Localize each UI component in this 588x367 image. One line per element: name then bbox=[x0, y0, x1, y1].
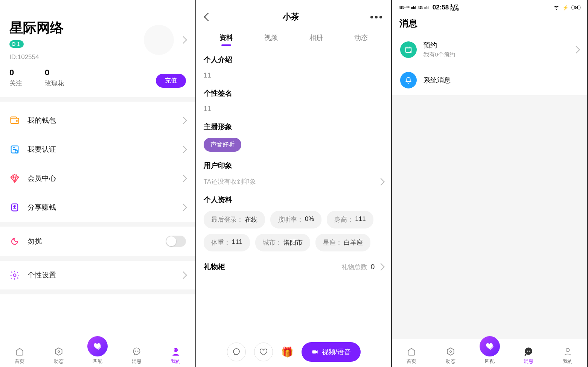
more-icon[interactable] bbox=[370, 16, 382, 18]
menu-item-wallet[interactable]: 我的钱包 bbox=[0, 106, 195, 135]
svg-point-13 bbox=[177, 349, 178, 350]
dnd-icon bbox=[9, 236, 20, 247]
info-chip: 星座： 白羊座 bbox=[315, 234, 370, 251]
nav-label: 匹配 bbox=[93, 358, 102, 365]
impression-empty: TA还没有收到印象 bbox=[204, 177, 256, 186]
divider bbox=[0, 222, 195, 227]
signal-1: 4G⁺ᴴᴰ bbox=[399, 6, 409, 10]
message-item[interactable]: 预约 我有0个预约 bbox=[392, 34, 587, 65]
chip-label: 接听率： bbox=[278, 215, 303, 224]
tab-资料[interactable]: 资料 bbox=[219, 33, 233, 46]
menu-item-verify[interactable]: 我要认证 bbox=[0, 135, 195, 164]
impression-row[interactable]: TA还没有收到印象 bbox=[204, 177, 384, 186]
blank-area bbox=[392, 98, 587, 339]
chip-value: 111 bbox=[355, 215, 366, 224]
recharge-button[interactable]: 充值 bbox=[156, 74, 186, 88]
menu-item-settings[interactable]: 个性设置 bbox=[0, 261, 195, 290]
nav-label: 我的 bbox=[171, 358, 181, 365]
tab-视频[interactable]: 视频 bbox=[264, 33, 278, 46]
chip-value: 洛阳市 bbox=[283, 238, 303, 247]
menu-label: 分享赚钱 bbox=[27, 203, 181, 212]
nav-消息[interactable]: 消息 bbox=[117, 346, 156, 365]
nav-match[interactable]: 匹配 bbox=[470, 342, 509, 365]
nav-首页[interactable]: 首页 bbox=[392, 346, 431, 365]
message-icon bbox=[400, 72, 417, 88]
stat-num: 0 bbox=[9, 68, 22, 78]
gift-count: 0 bbox=[371, 263, 375, 271]
menu-label: 勿扰 bbox=[27, 236, 166, 246]
match-icon bbox=[87, 336, 108, 356]
nav-首页[interactable]: 首页 bbox=[0, 346, 39, 365]
chevron-right-icon bbox=[180, 117, 187, 124]
message-item[interactable]: 系统消息 bbox=[392, 65, 587, 95]
chevron-right-icon bbox=[180, 271, 187, 279]
menu-item-share[interactable]: 分享赚钱 bbox=[0, 193, 195, 222]
video-call-button[interactable]: 视频/语音 bbox=[302, 342, 361, 362]
chevron-right-icon bbox=[180, 146, 187, 153]
detail-bottom-bar: 🎁 视频/语音 bbox=[196, 337, 391, 367]
nav-我的[interactable]: 我的 bbox=[548, 346, 587, 365]
image-title: 主播形象 bbox=[204, 122, 384, 132]
call-label: 视频/语音 bbox=[322, 347, 351, 356]
detail-tabs: 资料视频相册动态 bbox=[196, 26, 391, 46]
like-button[interactable] bbox=[254, 343, 273, 361]
message-title: 预约 bbox=[423, 41, 574, 50]
gift-row[interactable]: 礼物柜 礼物总数 0 bbox=[204, 262, 384, 272]
menu-item-vip[interactable]: 会员中心 bbox=[0, 164, 195, 193]
messages-title: 消息 bbox=[392, 11, 587, 34]
intro-value: 11 bbox=[204, 72, 384, 79]
stat-item[interactable]: 0 玫瑰花 bbox=[45, 68, 64, 88]
nav-label: 消息 bbox=[524, 358, 533, 365]
nav-消息[interactable]: 消息 bbox=[509, 346, 548, 365]
menu-list: 我的钱包 我要认证 会员中心 分享赚钱 勿扰 个性设置 bbox=[0, 106, 195, 290]
bottom-nav: 首页 动态 匹配 消息 我的 bbox=[392, 339, 587, 367]
chip-label: 身高： bbox=[334, 215, 353, 224]
nav-动态[interactable]: 动态 bbox=[431, 346, 470, 365]
svg-point-18 bbox=[525, 347, 533, 355]
message-sub: 我有0个预约 bbox=[423, 51, 574, 58]
svg-point-10 bbox=[138, 351, 138, 351]
avatar[interactable] bbox=[144, 25, 174, 55]
nav-icon bbox=[523, 346, 534, 357]
chip-value: 111 bbox=[232, 238, 242, 247]
info-chip: 接听率： 0% bbox=[270, 211, 322, 228]
stat-item[interactable]: 0 关注 bbox=[9, 68, 22, 88]
nav-label: 消息 bbox=[132, 358, 142, 365]
verify-icon bbox=[9, 144, 20, 155]
chip-label: 最后登录： bbox=[211, 215, 243, 224]
menu-item-dnd[interactable]: 勿扰 bbox=[0, 227, 195, 256]
menu-label: 我要认证 bbox=[27, 145, 181, 154]
vip-icon bbox=[9, 173, 20, 184]
nav-我的[interactable]: 我的 bbox=[156, 346, 195, 365]
back-icon[interactable] bbox=[204, 13, 212, 21]
divider bbox=[392, 95, 587, 98]
message-icon bbox=[400, 41, 417, 58]
nav-动态[interactable]: 动态 bbox=[39, 346, 78, 365]
detail-header: 小茶 bbox=[196, 0, 391, 26]
share-icon bbox=[9, 202, 20, 213]
stat-label: 关注 bbox=[9, 79, 22, 88]
menu-label: 个性设置 bbox=[27, 270, 181, 280]
tab-动态[interactable]: 动态 bbox=[354, 33, 368, 46]
gift-icon[interactable]: 🎁 bbox=[281, 346, 293, 358]
nav-label: 首页 bbox=[15, 358, 24, 365]
dnd-toggle[interactable] bbox=[166, 236, 186, 247]
svg-point-7 bbox=[58, 351, 59, 352]
divider bbox=[0, 256, 195, 261]
info-chips: 最后登录： 在线 接听率： 0% 身高： 111 体重： 111 城市： 洛阳市… bbox=[204, 211, 384, 251]
svg-point-9 bbox=[135, 351, 136, 351]
nav-label: 动态 bbox=[54, 358, 64, 365]
tab-相册[interactable]: 相册 bbox=[309, 33, 323, 46]
messages-list: 预约 我有0个预约 系统消息 bbox=[392, 34, 587, 95]
detail-body: 个人介绍 11 个性签名 11 主播形象 声音好听 用户印象 TA还没有收到印象… bbox=[196, 46, 391, 337]
svg-rect-15 bbox=[312, 350, 316, 353]
chip-label: 体重： bbox=[211, 238, 230, 247]
chat-button[interactable] bbox=[227, 343, 246, 361]
svg-point-12 bbox=[174, 349, 175, 350]
nav-icon bbox=[562, 346, 573, 357]
divider bbox=[0, 290, 195, 294]
profile-name: 星际网络 bbox=[9, 19, 64, 37]
wifi-icon bbox=[553, 5, 559, 10]
nav-match[interactable]: 匹配 bbox=[78, 342, 117, 365]
profile-name-row[interactable]: 星际网络 1 ID:102554 bbox=[9, 19, 186, 61]
